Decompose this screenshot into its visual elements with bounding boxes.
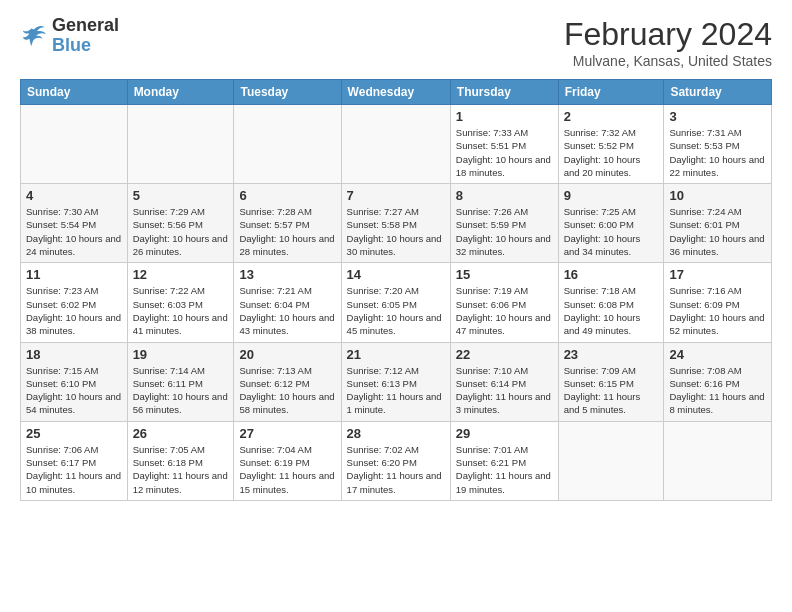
- day-info: Sunrise: 7:21 AM Sunset: 6:04 PM Dayligh…: [239, 284, 335, 337]
- table-row: 9Sunrise: 7:25 AM Sunset: 6:00 PM Daylig…: [558, 184, 664, 263]
- table-row: 7Sunrise: 7:27 AM Sunset: 5:58 PM Daylig…: [341, 184, 450, 263]
- day-number: 19: [133, 347, 229, 362]
- day-info: Sunrise: 7:33 AM Sunset: 5:51 PM Dayligh…: [456, 126, 553, 179]
- day-info: Sunrise: 7:30 AM Sunset: 5:54 PM Dayligh…: [26, 205, 122, 258]
- table-row: [127, 105, 234, 184]
- day-number: 25: [26, 426, 122, 441]
- table-row: 24Sunrise: 7:08 AM Sunset: 6:16 PM Dayli…: [664, 342, 772, 421]
- day-number: 3: [669, 109, 766, 124]
- logo-text: GeneralBlue: [52, 16, 119, 56]
- table-row: 20Sunrise: 7:13 AM Sunset: 6:12 PM Dayli…: [234, 342, 341, 421]
- day-info: Sunrise: 7:32 AM Sunset: 5:52 PM Dayligh…: [564, 126, 659, 179]
- table-row: 8Sunrise: 7:26 AM Sunset: 5:59 PM Daylig…: [450, 184, 558, 263]
- col-tuesday: Tuesday: [234, 80, 341, 105]
- day-number: 11: [26, 267, 122, 282]
- day-info: Sunrise: 7:20 AM Sunset: 6:05 PM Dayligh…: [347, 284, 445, 337]
- logo-blue-text: Blue: [52, 35, 91, 55]
- page: GeneralBlue February 2024 Mulvane, Kansa…: [0, 0, 792, 511]
- header: GeneralBlue February 2024 Mulvane, Kansa…: [20, 16, 772, 69]
- day-number: 6: [239, 188, 335, 203]
- day-number: 8: [456, 188, 553, 203]
- day-number: 14: [347, 267, 445, 282]
- day-info: Sunrise: 7:22 AM Sunset: 6:03 PM Dayligh…: [133, 284, 229, 337]
- table-row: 25Sunrise: 7:06 AM Sunset: 6:17 PM Dayli…: [21, 421, 128, 500]
- day-number: 4: [26, 188, 122, 203]
- day-number: 7: [347, 188, 445, 203]
- table-row: 16Sunrise: 7:18 AM Sunset: 6:08 PM Dayli…: [558, 263, 664, 342]
- table-row: 29Sunrise: 7:01 AM Sunset: 6:21 PM Dayli…: [450, 421, 558, 500]
- day-number: 15: [456, 267, 553, 282]
- day-number: 26: [133, 426, 229, 441]
- table-row: [341, 105, 450, 184]
- day-number: 5: [133, 188, 229, 203]
- day-info: Sunrise: 7:29 AM Sunset: 5:56 PM Dayligh…: [133, 205, 229, 258]
- table-row: 4Sunrise: 7:30 AM Sunset: 5:54 PM Daylig…: [21, 184, 128, 263]
- day-number: 23: [564, 347, 659, 362]
- table-row: 21Sunrise: 7:12 AM Sunset: 6:13 PM Dayli…: [341, 342, 450, 421]
- table-row: [664, 421, 772, 500]
- title-block: February 2024 Mulvane, Kansas, United St…: [564, 16, 772, 69]
- day-number: 12: [133, 267, 229, 282]
- col-thursday: Thursday: [450, 80, 558, 105]
- day-number: 9: [564, 188, 659, 203]
- day-number: 20: [239, 347, 335, 362]
- table-row: 6Sunrise: 7:28 AM Sunset: 5:57 PM Daylig…: [234, 184, 341, 263]
- day-number: 27: [239, 426, 335, 441]
- day-info: Sunrise: 7:13 AM Sunset: 6:12 PM Dayligh…: [239, 364, 335, 417]
- day-number: 16: [564, 267, 659, 282]
- day-info: Sunrise: 7:28 AM Sunset: 5:57 PM Dayligh…: [239, 205, 335, 258]
- day-info: Sunrise: 7:31 AM Sunset: 5:53 PM Dayligh…: [669, 126, 766, 179]
- day-info: Sunrise: 7:15 AM Sunset: 6:10 PM Dayligh…: [26, 364, 122, 417]
- day-info: Sunrise: 7:26 AM Sunset: 5:59 PM Dayligh…: [456, 205, 553, 258]
- table-row: 3Sunrise: 7:31 AM Sunset: 5:53 PM Daylig…: [664, 105, 772, 184]
- day-number: 17: [669, 267, 766, 282]
- day-info: Sunrise: 7:18 AM Sunset: 6:08 PM Dayligh…: [564, 284, 659, 337]
- table-row: [234, 105, 341, 184]
- table-row: 22Sunrise: 7:10 AM Sunset: 6:14 PM Dayli…: [450, 342, 558, 421]
- calendar-header-row: Sunday Monday Tuesday Wednesday Thursday…: [21, 80, 772, 105]
- table-row: 11Sunrise: 7:23 AM Sunset: 6:02 PM Dayli…: [21, 263, 128, 342]
- day-info: Sunrise: 7:10 AM Sunset: 6:14 PM Dayligh…: [456, 364, 553, 417]
- day-info: Sunrise: 7:06 AM Sunset: 6:17 PM Dayligh…: [26, 443, 122, 496]
- table-row: 17Sunrise: 7:16 AM Sunset: 6:09 PM Dayli…: [664, 263, 772, 342]
- day-number: 29: [456, 426, 553, 441]
- table-row: 23Sunrise: 7:09 AM Sunset: 6:15 PM Dayli…: [558, 342, 664, 421]
- col-friday: Friday: [558, 80, 664, 105]
- col-saturday: Saturday: [664, 80, 772, 105]
- logo: GeneralBlue: [20, 16, 119, 56]
- table-row: 15Sunrise: 7:19 AM Sunset: 6:06 PM Dayli…: [450, 263, 558, 342]
- table-row: 14Sunrise: 7:20 AM Sunset: 6:05 PM Dayli…: [341, 263, 450, 342]
- day-info: Sunrise: 7:05 AM Sunset: 6:18 PM Dayligh…: [133, 443, 229, 496]
- table-row: 27Sunrise: 7:04 AM Sunset: 6:19 PM Dayli…: [234, 421, 341, 500]
- week-row-5: 25Sunrise: 7:06 AM Sunset: 6:17 PM Dayli…: [21, 421, 772, 500]
- col-monday: Monday: [127, 80, 234, 105]
- day-number: 22: [456, 347, 553, 362]
- day-info: Sunrise: 7:02 AM Sunset: 6:20 PM Dayligh…: [347, 443, 445, 496]
- table-row: 18Sunrise: 7:15 AM Sunset: 6:10 PM Dayli…: [21, 342, 128, 421]
- day-info: Sunrise: 7:16 AM Sunset: 6:09 PM Dayligh…: [669, 284, 766, 337]
- day-number: 18: [26, 347, 122, 362]
- table-row: 26Sunrise: 7:05 AM Sunset: 6:18 PM Dayli…: [127, 421, 234, 500]
- table-row: 5Sunrise: 7:29 AM Sunset: 5:56 PM Daylig…: [127, 184, 234, 263]
- day-info: Sunrise: 7:01 AM Sunset: 6:21 PM Dayligh…: [456, 443, 553, 496]
- col-sunday: Sunday: [21, 80, 128, 105]
- table-row: 12Sunrise: 7:22 AM Sunset: 6:03 PM Dayli…: [127, 263, 234, 342]
- table-row: [21, 105, 128, 184]
- week-row-1: 1Sunrise: 7:33 AM Sunset: 5:51 PM Daylig…: [21, 105, 772, 184]
- week-row-3: 11Sunrise: 7:23 AM Sunset: 6:02 PM Dayli…: [21, 263, 772, 342]
- logo-icon: [20, 22, 48, 50]
- day-info: Sunrise: 7:23 AM Sunset: 6:02 PM Dayligh…: [26, 284, 122, 337]
- day-number: 10: [669, 188, 766, 203]
- table-row: 13Sunrise: 7:21 AM Sunset: 6:04 PM Dayli…: [234, 263, 341, 342]
- day-info: Sunrise: 7:12 AM Sunset: 6:13 PM Dayligh…: [347, 364, 445, 417]
- table-row: 28Sunrise: 7:02 AM Sunset: 6:20 PM Dayli…: [341, 421, 450, 500]
- table-row: 10Sunrise: 7:24 AM Sunset: 6:01 PM Dayli…: [664, 184, 772, 263]
- day-number: 2: [564, 109, 659, 124]
- table-row: 2Sunrise: 7:32 AM Sunset: 5:52 PM Daylig…: [558, 105, 664, 184]
- week-row-4: 18Sunrise: 7:15 AM Sunset: 6:10 PM Dayli…: [21, 342, 772, 421]
- col-wednesday: Wednesday: [341, 80, 450, 105]
- day-info: Sunrise: 7:27 AM Sunset: 5:58 PM Dayligh…: [347, 205, 445, 258]
- day-info: Sunrise: 7:14 AM Sunset: 6:11 PM Dayligh…: [133, 364, 229, 417]
- day-number: 28: [347, 426, 445, 441]
- table-row: 1Sunrise: 7:33 AM Sunset: 5:51 PM Daylig…: [450, 105, 558, 184]
